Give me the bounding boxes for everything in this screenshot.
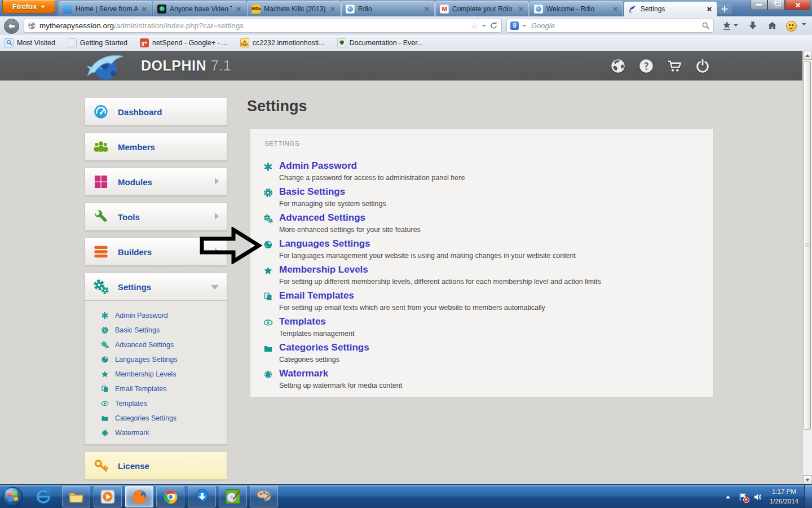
submenu-item-email-templates[interactable]: Email Templates bbox=[85, 382, 227, 396]
volume-icon[interactable] bbox=[753, 492, 762, 502]
taskbar-media-player-button[interactable] bbox=[94, 486, 122, 507]
bookmark-getting-started[interactable]: Getting Started bbox=[68, 38, 127, 47]
site-globe-icon[interactable] bbox=[610, 58, 626, 74]
setting-link[interactable]: Advanced Settings bbox=[279, 213, 421, 224]
tab-close-icon[interactable] bbox=[706, 6, 713, 12]
tab-gmail[interactable]: M Complete your Rdio r... bbox=[435, 1, 529, 16]
hidden-icons-caret[interactable] bbox=[726, 496, 730, 498]
key-icon bbox=[93, 458, 109, 474]
chevron-down-icon[interactable] bbox=[482, 25, 486, 27]
tab-close-icon[interactable] bbox=[518, 6, 524, 12]
tab-rdio[interactable]: Rdio bbox=[341, 1, 435, 16]
start-button[interactable] bbox=[3, 487, 23, 507]
tab-video[interactable]: Anyone have Video T... bbox=[153, 1, 246, 16]
taskbar-firefox-button[interactable] bbox=[125, 486, 153, 507]
search-input[interactable] bbox=[530, 21, 698, 30]
tab-close-icon[interactable] bbox=[329, 6, 336, 12]
smiley-icon bbox=[786, 21, 797, 32]
tab-settings-active[interactable]: Settings bbox=[624, 1, 717, 16]
home-button[interactable] bbox=[767, 20, 778, 31]
chevron-down-icon bbox=[211, 282, 219, 292]
sidebar-item-settings[interactable]: Settings bbox=[85, 273, 227, 301]
downloads-button[interactable] bbox=[748, 20, 758, 30]
tab-close-icon[interactable] bbox=[141, 6, 148, 12]
chevron-down-icon bbox=[802, 23, 806, 25]
sidebar-item-modules[interactable]: Modules bbox=[85, 168, 227, 196]
show-desktop-button[interactable] bbox=[804, 485, 812, 508]
bookmark-netspend[interactable]: g+ netSpend - Google+ - ... bbox=[140, 38, 228, 47]
submenu-label: Basic Settings bbox=[115, 326, 160, 334]
setting-link[interactable]: Watermark bbox=[279, 369, 402, 379]
search-bar[interactable]: 8 bbox=[506, 19, 714, 33]
submenu-item-advanced-settings[interactable]: Advanced Settings bbox=[85, 338, 227, 352]
tab-close-icon[interactable] bbox=[235, 6, 242, 12]
taskbar-download-app-button[interactable] bbox=[188, 486, 216, 507]
submenu-item-basic-settings[interactable]: Basic Settings bbox=[85, 323, 227, 338]
tab-rdio-welcome[interactable]: Welcome - Rdio bbox=[529, 1, 623, 16]
triangle-down-icon bbox=[805, 479, 810, 481]
chevron-down-icon[interactable] bbox=[522, 25, 527, 27]
chevron-down-icon bbox=[41, 6, 45, 8]
cart-icon[interactable] bbox=[667, 58, 682, 74]
taskbar-media-tool-button[interactable] bbox=[219, 486, 247, 507]
tab-home[interactable]: Home | Serve from A... bbox=[59, 1, 152, 16]
tab-close-icon[interactable] bbox=[612, 6, 619, 12]
bookmark-inmotion[interactable]: PMA cc2232.inmotionhosti... bbox=[240, 38, 325, 47]
tab-close-icon[interactable] bbox=[423, 6, 430, 12]
panel-header: SETTINGS bbox=[264, 140, 299, 147]
taskbar-clock[interactable]: 1:17 PM 1/26/2014 bbox=[770, 487, 798, 506]
new-tab-button[interactable] bbox=[717, 4, 732, 14]
toolbar-overflow-button[interactable] bbox=[802, 23, 806, 25]
help-icon[interactable] bbox=[638, 58, 654, 74]
submenu-item-languages-settings[interactable]: Languages Settings bbox=[85, 352, 227, 367]
bookmarks-menu-button[interactable] bbox=[722, 20, 738, 30]
submenu-label: Admin Password bbox=[115, 312, 168, 319]
submenu-item-membership-levels[interactable]: Membership Levels bbox=[85, 367, 227, 382]
search-magnifier-icon[interactable] bbox=[701, 21, 710, 30]
setting-item-languages-settings: Languages Settings For languages managem… bbox=[263, 239, 576, 260]
taskbar-explorer-button[interactable] bbox=[62, 486, 90, 507]
reload-icon[interactable] bbox=[489, 21, 498, 30]
sidebar-item-members[interactable]: Members bbox=[85, 133, 227, 161]
firefox-menu-button[interactable]: Firefox bbox=[2, 0, 55, 14]
bookmark-most-visited[interactable]: Most Visited bbox=[5, 38, 55, 47]
setting-link[interactable]: Templates bbox=[279, 317, 354, 327]
taskbar-chrome-button[interactable] bbox=[156, 486, 184, 507]
scroll-down-button[interactable] bbox=[803, 475, 812, 484]
restore-button[interactable] bbox=[767, 0, 785, 10]
submenu-item-categories-settings[interactable]: Categories Settings bbox=[85, 411, 227, 426]
setting-link[interactable]: Categories Settings bbox=[279, 343, 369, 353]
sidebar-item-dashboard[interactable]: Dashboard bbox=[85, 98, 227, 126]
setting-link[interactable]: Basic Settings bbox=[279, 187, 386, 198]
gears-icon bbox=[93, 279, 109, 295]
taskbar-paint-button[interactable] bbox=[250, 486, 278, 507]
power-icon[interactable] bbox=[695, 58, 710, 74]
setting-link[interactable]: Membership Levels bbox=[279, 265, 601, 275]
disc-burner-icon bbox=[225, 489, 241, 505]
addon-button[interactable] bbox=[786, 21, 797, 32]
vertical-scrollbar[interactable] bbox=[802, 51, 812, 484]
chrome-icon bbox=[163, 489, 178, 505]
submenu-item-admin-password[interactable]: Admin Password bbox=[85, 308, 227, 323]
url-text: mytherapysession.org/administration/inde… bbox=[39, 21, 467, 30]
setting-link[interactable]: Admin Password bbox=[279, 161, 465, 172]
bookmark-label: Most Visited bbox=[17, 39, 55, 47]
submenu-item-templates[interactable]: Templates bbox=[85, 396, 227, 411]
bookmark-star-icon[interactable]: ☆ bbox=[471, 21, 478, 30]
address-bar[interactable]: mytherapysession.org/administration/inde… bbox=[24, 19, 502, 33]
action-center-flag-icon[interactable] bbox=[738, 492, 748, 502]
tab-imdb[interactable]: IMDb Machete Kills (2013) - ... bbox=[247, 1, 341, 16]
setting-link[interactable]: Email Templates bbox=[279, 291, 545, 301]
submenu-item-watermark[interactable]: Watermark bbox=[85, 426, 227, 440]
taskbar-ie-button[interactable] bbox=[29, 486, 58, 507]
scrollbar-thumb[interactable] bbox=[804, 62, 811, 430]
setting-description: For setting up email texts which are sen… bbox=[279, 304, 545, 312]
setting-link[interactable]: Languages Settings bbox=[279, 239, 576, 249]
back-button[interactable] bbox=[4, 19, 19, 34]
sidebar-item-license[interactable]: License bbox=[85, 452, 227, 480]
rdio-favicon bbox=[534, 5, 543, 14]
close-button[interactable] bbox=[785, 0, 810, 10]
bookmark-evernote[interactable]: Documentation - Ever... bbox=[337, 38, 423, 47]
scroll-up-button[interactable] bbox=[803, 51, 812, 60]
minimize-button[interactable] bbox=[750, 0, 767, 10]
